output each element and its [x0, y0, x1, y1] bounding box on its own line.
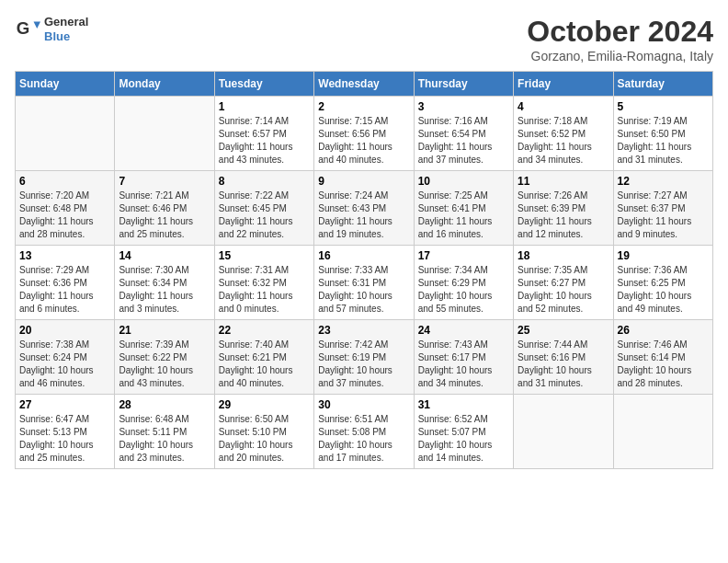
day-info: Sunrise: 7:34 AM Sunset: 6:29 PM Dayligh… — [418, 264, 509, 316]
calendar-cell: 3Sunrise: 7:16 AM Sunset: 6:54 PM Daylig… — [414, 97, 513, 171]
calendar-cell: 23Sunrise: 7:42 AM Sunset: 6:19 PM Dayli… — [314, 320, 414, 395]
calendar-cell: 20Sunrise: 7:38 AM Sunset: 6:24 PM Dayli… — [16, 320, 115, 395]
calendar-cell: 11Sunrise: 7:26 AM Sunset: 6:39 PM Dayli… — [514, 171, 613, 246]
calendar-cell: 13Sunrise: 7:29 AM Sunset: 6:36 PM Dayli… — [16, 246, 115, 320]
calendar-cell — [115, 97, 214, 171]
day-info: Sunrise: 6:51 AM Sunset: 5:08 PM Dayligh… — [318, 413, 409, 465]
day-number: 18 — [518, 249, 609, 262]
day-number: 25 — [518, 324, 609, 337]
calendar-cell: 12Sunrise: 7:27 AM Sunset: 6:37 PM Dayli… — [613, 171, 712, 246]
day-info: Sunrise: 7:18 AM Sunset: 6:52 PM Dayligh… — [518, 115, 609, 167]
svg-text:G: G — [17, 17, 30, 37]
day-number: 20 — [19, 324, 110, 337]
logo: G General Blue — [15, 15, 88, 43]
calendar-cell: 8Sunrise: 7:22 AM Sunset: 6:45 PM Daylig… — [214, 171, 313, 246]
calendar-cell: 15Sunrise: 7:31 AM Sunset: 6:32 PM Dayli… — [214, 246, 313, 320]
day-number: 21 — [119, 324, 210, 337]
calendar-header-row: SundayMondayTuesdayWednesdayThursdayFrid… — [16, 72, 713, 97]
header-monday: Monday — [115, 72, 214, 97]
calendar-cell: 10Sunrise: 7:25 AM Sunset: 6:41 PM Dayli… — [414, 171, 513, 246]
day-number: 6 — [19, 175, 110, 188]
calendar-cell: 18Sunrise: 7:35 AM Sunset: 6:27 PM Dayli… — [514, 246, 613, 320]
calendar-cell: 1Sunrise: 7:14 AM Sunset: 6:57 PM Daylig… — [214, 97, 313, 171]
calendar-cell: 4Sunrise: 7:18 AM Sunset: 6:52 PM Daylig… — [514, 97, 613, 171]
day-number: 26 — [618, 324, 709, 337]
day-info: Sunrise: 7:26 AM Sunset: 6:39 PM Dayligh… — [518, 190, 609, 241]
title-block: October 2024 Gorzano, Emilia-Romagna, It… — [527, 15, 713, 63]
day-number: 3 — [418, 100, 509, 113]
calendar-cell: 19Sunrise: 7:36 AM Sunset: 6:25 PM Dayli… — [613, 246, 712, 320]
day-info: Sunrise: 7:22 AM Sunset: 6:45 PM Dayligh… — [219, 190, 310, 241]
day-info: Sunrise: 7:42 AM Sunset: 6:19 PM Dayligh… — [318, 339, 409, 390]
day-number: 12 — [618, 175, 709, 188]
day-number: 19 — [618, 249, 709, 262]
calendar-cell: 21Sunrise: 7:39 AM Sunset: 6:22 PM Dayli… — [115, 320, 214, 395]
day-info: Sunrise: 6:52 AM Sunset: 5:07 PM Dayligh… — [418, 413, 509, 465]
week-row-3: 20Sunrise: 7:38 AM Sunset: 6:24 PM Dayli… — [16, 320, 713, 395]
day-info: Sunrise: 7:30 AM Sunset: 6:34 PM Dayligh… — [119, 264, 210, 316]
calendar-cell: 27Sunrise: 6:47 AM Sunset: 5:13 PM Dayli… — [16, 395, 115, 469]
calendar-cell: 24Sunrise: 7:43 AM Sunset: 6:17 PM Dayli… — [414, 320, 513, 395]
day-info: Sunrise: 7:33 AM Sunset: 6:31 PM Dayligh… — [318, 264, 409, 316]
week-row-0: 1Sunrise: 7:14 AM Sunset: 6:57 PM Daylig… — [16, 97, 713, 171]
day-info: Sunrise: 7:24 AM Sunset: 6:43 PM Dayligh… — [318, 190, 409, 241]
calendar-cell: 28Sunrise: 6:48 AM Sunset: 5:11 PM Dayli… — [115, 395, 214, 469]
location-subtitle: Gorzano, Emilia-Romagna, Italy — [527, 49, 713, 63]
day-number: 13 — [19, 249, 110, 262]
day-number: 30 — [318, 398, 409, 411]
day-info: Sunrise: 7:27 AM Sunset: 6:37 PM Dayligh… — [618, 190, 709, 241]
calendar-cell: 7Sunrise: 7:21 AM Sunset: 6:46 PM Daylig… — [115, 171, 214, 246]
day-info: Sunrise: 6:48 AM Sunset: 5:11 PM Dayligh… — [119, 413, 210, 465]
calendar-cell: 30Sunrise: 6:51 AM Sunset: 5:08 PM Dayli… — [314, 395, 414, 469]
header-saturday: Saturday — [613, 72, 712, 97]
day-number: 10 — [418, 175, 509, 188]
day-number: 23 — [318, 324, 409, 337]
day-info: Sunrise: 7:21 AM Sunset: 6:46 PM Dayligh… — [119, 190, 210, 241]
day-number: 9 — [318, 175, 409, 188]
day-number: 29 — [219, 398, 310, 411]
day-number: 14 — [119, 249, 210, 262]
calendar-cell — [16, 97, 115, 171]
calendar-cell: 26Sunrise: 7:46 AM Sunset: 6:14 PM Dayli… — [613, 320, 712, 395]
day-info: Sunrise: 7:20 AM Sunset: 6:48 PM Dayligh… — [19, 190, 110, 241]
day-info: Sunrise: 7:40 AM Sunset: 6:21 PM Dayligh… — [219, 339, 310, 390]
day-number: 15 — [219, 249, 310, 262]
day-number: 5 — [618, 100, 709, 113]
calendar-cell — [514, 395, 613, 469]
svg-marker-1 — [34, 21, 40, 28]
day-number: 7 — [119, 175, 210, 188]
day-number: 31 — [418, 398, 509, 411]
day-number: 2 — [318, 100, 409, 113]
calendar-cell: 31Sunrise: 6:52 AM Sunset: 5:07 PM Dayli… — [414, 395, 513, 469]
day-number: 28 — [119, 398, 210, 411]
header-wednesday: Wednesday — [314, 72, 414, 97]
day-number: 16 — [318, 249, 409, 262]
logo-text-blue: Blue — [44, 29, 88, 44]
day-number: 22 — [219, 324, 310, 337]
day-info: Sunrise: 7:43 AM Sunset: 6:17 PM Dayligh… — [418, 339, 509, 390]
day-info: Sunrise: 7:25 AM Sunset: 6:41 PM Dayligh… — [418, 190, 509, 241]
calendar-cell: 9Sunrise: 7:24 AM Sunset: 6:43 PM Daylig… — [314, 171, 414, 246]
day-number: 8 — [219, 175, 310, 188]
week-row-2: 13Sunrise: 7:29 AM Sunset: 6:36 PM Dayli… — [16, 246, 713, 320]
month-title: October 2024 — [527, 15, 713, 49]
calendar-cell: 22Sunrise: 7:40 AM Sunset: 6:21 PM Dayli… — [214, 320, 313, 395]
day-info: Sunrise: 7:46 AM Sunset: 6:14 PM Dayligh… — [618, 339, 709, 390]
header-tuesday: Tuesday — [214, 72, 313, 97]
logo-text-general: General — [44, 15, 88, 29]
logo-icon: G — [15, 17, 40, 42]
calendar-cell: 29Sunrise: 6:50 AM Sunset: 5:10 PM Dayli… — [214, 395, 313, 469]
calendar-cell: 5Sunrise: 7:19 AM Sunset: 6:50 PM Daylig… — [613, 97, 712, 171]
week-row-1: 6Sunrise: 7:20 AM Sunset: 6:48 PM Daylig… — [16, 171, 713, 246]
day-info: Sunrise: 7:15 AM Sunset: 6:56 PM Dayligh… — [318, 115, 409, 167]
page-header: G General Blue October 2024 Gorzano, Emi… — [15, 15, 713, 63]
day-number: 24 — [418, 324, 509, 337]
calendar-cell — [613, 395, 712, 469]
day-number: 4 — [518, 100, 609, 113]
day-info: Sunrise: 6:47 AM Sunset: 5:13 PM Dayligh… — [19, 413, 110, 465]
day-number: 17 — [418, 249, 509, 262]
day-info: Sunrise: 7:19 AM Sunset: 6:50 PM Dayligh… — [618, 115, 709, 167]
day-info: Sunrise: 7:39 AM Sunset: 6:22 PM Dayligh… — [119, 339, 210, 390]
calendar-cell: 2Sunrise: 7:15 AM Sunset: 6:56 PM Daylig… — [314, 97, 414, 171]
day-number: 27 — [19, 398, 110, 411]
